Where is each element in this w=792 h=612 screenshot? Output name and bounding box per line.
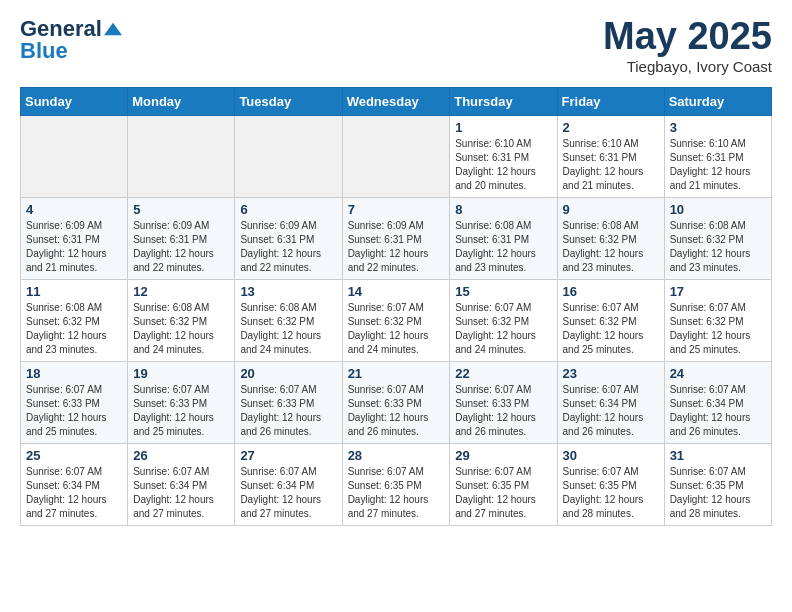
cell-content: Sunrise: 6:07 AM Sunset: 6:34 PM Dayligh… bbox=[133, 465, 229, 521]
logo-blue: Blue bbox=[20, 38, 68, 64]
col-header-tuesday: Tuesday bbox=[235, 87, 342, 115]
calendar: SundayMondayTuesdayWednesdayThursdayFrid… bbox=[20, 87, 772, 526]
day-number: 16 bbox=[563, 284, 659, 299]
cell-content: Sunrise: 6:09 AM Sunset: 6:31 PM Dayligh… bbox=[240, 219, 336, 275]
day-number: 21 bbox=[348, 366, 445, 381]
calendar-cell: 24Sunrise: 6:07 AM Sunset: 6:34 PM Dayli… bbox=[664, 361, 771, 443]
cell-content: Sunrise: 6:10 AM Sunset: 6:31 PM Dayligh… bbox=[670, 137, 766, 193]
cell-content: Sunrise: 6:07 AM Sunset: 6:33 PM Dayligh… bbox=[348, 383, 445, 439]
day-number: 25 bbox=[26, 448, 122, 463]
calendar-cell: 30Sunrise: 6:07 AM Sunset: 6:35 PM Dayli… bbox=[557, 443, 664, 525]
calendar-cell: 15Sunrise: 6:07 AM Sunset: 6:32 PM Dayli… bbox=[450, 279, 557, 361]
calendar-cell: 22Sunrise: 6:07 AM Sunset: 6:33 PM Dayli… bbox=[450, 361, 557, 443]
day-number: 15 bbox=[455, 284, 551, 299]
calendar-cell: 21Sunrise: 6:07 AM Sunset: 6:33 PM Dayli… bbox=[342, 361, 450, 443]
day-number: 8 bbox=[455, 202, 551, 217]
day-number: 5 bbox=[133, 202, 229, 217]
cell-content: Sunrise: 6:09 AM Sunset: 6:31 PM Dayligh… bbox=[133, 219, 229, 275]
calendar-cell: 3Sunrise: 6:10 AM Sunset: 6:31 PM Daylig… bbox=[664, 115, 771, 197]
col-header-thursday: Thursday bbox=[450, 87, 557, 115]
day-number: 19 bbox=[133, 366, 229, 381]
col-header-monday: Monday bbox=[128, 87, 235, 115]
calendar-cell: 18Sunrise: 6:07 AM Sunset: 6:33 PM Dayli… bbox=[21, 361, 128, 443]
calendar-header-row: SundayMondayTuesdayWednesdayThursdayFrid… bbox=[21, 87, 772, 115]
calendar-cell: 11Sunrise: 6:08 AM Sunset: 6:32 PM Dayli… bbox=[21, 279, 128, 361]
day-number: 13 bbox=[240, 284, 336, 299]
cell-content: Sunrise: 6:08 AM Sunset: 6:32 PM Dayligh… bbox=[670, 219, 766, 275]
cell-content: Sunrise: 6:07 AM Sunset: 6:35 PM Dayligh… bbox=[563, 465, 659, 521]
day-number: 23 bbox=[563, 366, 659, 381]
calendar-cell: 17Sunrise: 6:07 AM Sunset: 6:32 PM Dayli… bbox=[664, 279, 771, 361]
cell-content: Sunrise: 6:07 AM Sunset: 6:32 PM Dayligh… bbox=[670, 301, 766, 357]
cell-content: Sunrise: 6:07 AM Sunset: 6:33 PM Dayligh… bbox=[26, 383, 122, 439]
page: General Blue May 2025 Tiegbayo, Ivory Co… bbox=[0, 0, 792, 546]
calendar-cell: 7Sunrise: 6:09 AM Sunset: 6:31 PM Daylig… bbox=[342, 197, 450, 279]
calendar-cell: 27Sunrise: 6:07 AM Sunset: 6:34 PM Dayli… bbox=[235, 443, 342, 525]
day-number: 11 bbox=[26, 284, 122, 299]
day-number: 22 bbox=[455, 366, 551, 381]
cell-content: Sunrise: 6:07 AM Sunset: 6:32 PM Dayligh… bbox=[563, 301, 659, 357]
calendar-cell: 10Sunrise: 6:08 AM Sunset: 6:32 PM Dayli… bbox=[664, 197, 771, 279]
calendar-cell: 31Sunrise: 6:07 AM Sunset: 6:35 PM Dayli… bbox=[664, 443, 771, 525]
cell-content: Sunrise: 6:07 AM Sunset: 6:32 PM Dayligh… bbox=[455, 301, 551, 357]
day-number: 27 bbox=[240, 448, 336, 463]
cell-content: Sunrise: 6:07 AM Sunset: 6:34 PM Dayligh… bbox=[670, 383, 766, 439]
calendar-cell: 28Sunrise: 6:07 AM Sunset: 6:35 PM Dayli… bbox=[342, 443, 450, 525]
cell-content: Sunrise: 6:09 AM Sunset: 6:31 PM Dayligh… bbox=[348, 219, 445, 275]
header: General Blue May 2025 Tiegbayo, Ivory Co… bbox=[20, 16, 772, 75]
day-number: 2 bbox=[563, 120, 659, 135]
week-row-4: 18Sunrise: 6:07 AM Sunset: 6:33 PM Dayli… bbox=[21, 361, 772, 443]
title-block: May 2025 Tiegbayo, Ivory Coast bbox=[603, 16, 772, 75]
calendar-cell: 20Sunrise: 6:07 AM Sunset: 6:33 PM Dayli… bbox=[235, 361, 342, 443]
day-number: 29 bbox=[455, 448, 551, 463]
cell-content: Sunrise: 6:07 AM Sunset: 6:33 PM Dayligh… bbox=[240, 383, 336, 439]
calendar-cell: 16Sunrise: 6:07 AM Sunset: 6:32 PM Dayli… bbox=[557, 279, 664, 361]
day-number: 28 bbox=[348, 448, 445, 463]
day-number: 18 bbox=[26, 366, 122, 381]
cell-content: Sunrise: 6:07 AM Sunset: 6:34 PM Dayligh… bbox=[240, 465, 336, 521]
day-number: 26 bbox=[133, 448, 229, 463]
calendar-cell: 14Sunrise: 6:07 AM Sunset: 6:32 PM Dayli… bbox=[342, 279, 450, 361]
calendar-cell bbox=[21, 115, 128, 197]
col-header-friday: Friday bbox=[557, 87, 664, 115]
calendar-cell: 1Sunrise: 6:10 AM Sunset: 6:31 PM Daylig… bbox=[450, 115, 557, 197]
calendar-cell: 12Sunrise: 6:08 AM Sunset: 6:32 PM Dayli… bbox=[128, 279, 235, 361]
location: Tiegbayo, Ivory Coast bbox=[603, 58, 772, 75]
calendar-cell: 19Sunrise: 6:07 AM Sunset: 6:33 PM Dayli… bbox=[128, 361, 235, 443]
cell-content: Sunrise: 6:07 AM Sunset: 6:35 PM Dayligh… bbox=[670, 465, 766, 521]
calendar-cell: 23Sunrise: 6:07 AM Sunset: 6:34 PM Dayli… bbox=[557, 361, 664, 443]
cell-content: Sunrise: 6:07 AM Sunset: 6:34 PM Dayligh… bbox=[26, 465, 122, 521]
calendar-cell: 2Sunrise: 6:10 AM Sunset: 6:31 PM Daylig… bbox=[557, 115, 664, 197]
cell-content: Sunrise: 6:07 AM Sunset: 6:33 PM Dayligh… bbox=[133, 383, 229, 439]
day-number: 9 bbox=[563, 202, 659, 217]
cell-content: Sunrise: 6:08 AM Sunset: 6:31 PM Dayligh… bbox=[455, 219, 551, 275]
day-number: 12 bbox=[133, 284, 229, 299]
calendar-cell: 26Sunrise: 6:07 AM Sunset: 6:34 PM Dayli… bbox=[128, 443, 235, 525]
day-number: 7 bbox=[348, 202, 445, 217]
col-header-sunday: Sunday bbox=[21, 87, 128, 115]
calendar-cell: 6Sunrise: 6:09 AM Sunset: 6:31 PM Daylig… bbox=[235, 197, 342, 279]
calendar-cell bbox=[128, 115, 235, 197]
cell-content: Sunrise: 6:07 AM Sunset: 6:32 PM Dayligh… bbox=[348, 301, 445, 357]
calendar-cell: 4Sunrise: 6:09 AM Sunset: 6:31 PM Daylig… bbox=[21, 197, 128, 279]
day-number: 20 bbox=[240, 366, 336, 381]
day-number: 4 bbox=[26, 202, 122, 217]
month-title: May 2025 bbox=[603, 16, 772, 58]
day-number: 3 bbox=[670, 120, 766, 135]
calendar-cell: 13Sunrise: 6:08 AM Sunset: 6:32 PM Dayli… bbox=[235, 279, 342, 361]
cell-content: Sunrise: 6:07 AM Sunset: 6:35 PM Dayligh… bbox=[348, 465, 445, 521]
day-number: 30 bbox=[563, 448, 659, 463]
week-row-3: 11Sunrise: 6:08 AM Sunset: 6:32 PM Dayli… bbox=[21, 279, 772, 361]
col-header-saturday: Saturday bbox=[664, 87, 771, 115]
cell-content: Sunrise: 6:10 AM Sunset: 6:31 PM Dayligh… bbox=[563, 137, 659, 193]
calendar-cell: 25Sunrise: 6:07 AM Sunset: 6:34 PM Dayli… bbox=[21, 443, 128, 525]
day-number: 6 bbox=[240, 202, 336, 217]
day-number: 10 bbox=[670, 202, 766, 217]
cell-content: Sunrise: 6:09 AM Sunset: 6:31 PM Dayligh… bbox=[26, 219, 122, 275]
cell-content: Sunrise: 6:07 AM Sunset: 6:35 PM Dayligh… bbox=[455, 465, 551, 521]
svg-marker-0 bbox=[104, 23, 122, 36]
day-number: 17 bbox=[670, 284, 766, 299]
calendar-cell bbox=[342, 115, 450, 197]
logo-icon bbox=[104, 20, 122, 38]
calendar-cell: 9Sunrise: 6:08 AM Sunset: 6:32 PM Daylig… bbox=[557, 197, 664, 279]
